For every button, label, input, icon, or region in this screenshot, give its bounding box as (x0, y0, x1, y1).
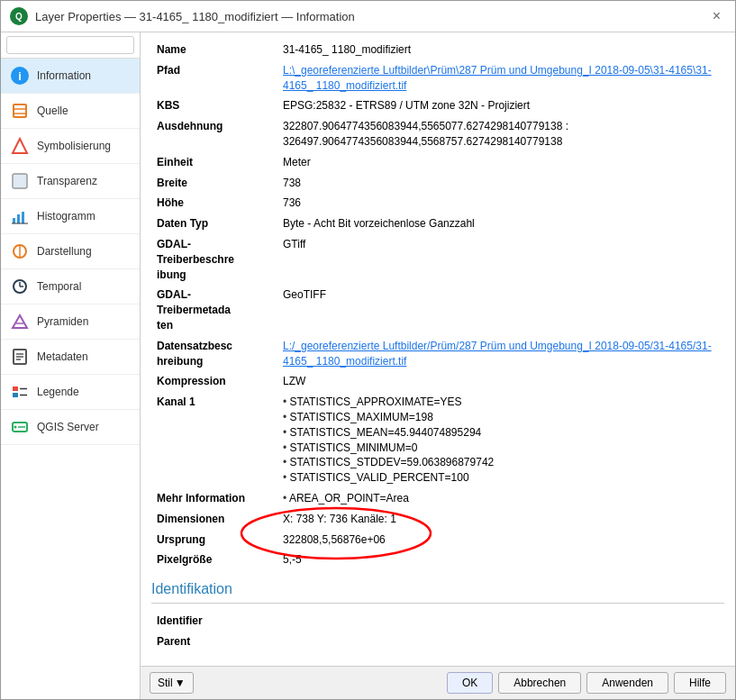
sidebar-item-histogramm[interactable]: Histogramm (1, 199, 140, 234)
kanal-list-item: STATISTICS_APPROXIMATE=YES (283, 395, 719, 410)
breite-label: Breite (151, 173, 277, 194)
row-hoehe: Höhe 736 (151, 193, 724, 214)
sidebar-label-symbolisierung: Symbolisierung (37, 140, 111, 152)
histogramm-icon (10, 206, 30, 226)
svg-rect-20 (13, 386, 18, 391)
sidebar-item-metadaten[interactable]: Metadaten (1, 340, 140, 375)
row-daten-typ: Daten Typ Byte - Acht Bit vorzeichenlose… (151, 214, 724, 234)
ursprung-label: Ursprung (151, 530, 277, 550)
row-kanal: Kanal 1 STATISTICS_APPROXIMATE=YESSTATIS… (151, 392, 724, 488)
transparenz-icon (10, 171, 30, 191)
row-ausdehnung: Ausdehnung 322807.9064774356083944,55650… (151, 116, 724, 152)
kanal-list-item: STATISTICS_VALID_PERCENT=100 (283, 470, 719, 486)
svg-rect-6 (17, 214, 20, 223)
kbs-label: KBS (151, 95, 277, 116)
identifier-value (277, 611, 724, 632)
daten-typ-label: Daten Typ (151, 214, 277, 234)
row-dimensionen: Dimensionen X: 738 Y: 736 Kanäle: 1 (151, 509, 724, 530)
row-datensatz: Datensatzbeschreibung L:/_georeferenzier… (151, 336, 724, 372)
legende-icon (10, 382, 30, 402)
kompression-label: Kompression (151, 371, 277, 392)
gdal-meta-label: GDAL-Treibermetadaten (151, 285, 277, 335)
identifikation-table: Identifier Parent (151, 611, 724, 652)
content-area[interactable]: Name 31-4165_ 1180_modifiziert Pfad L:\_… (141, 32, 735, 666)
kanal-list-item: STATISTICS_STDDEV=59.063896879742 (283, 455, 719, 470)
row-pixelgroesse: Pixelgröße 5,-5 (151, 550, 724, 570)
close-button[interactable]: × (707, 6, 726, 26)
pfad-link[interactable]: L:\_georeferenzierte Luftbilder\Prüm\287… (283, 64, 712, 92)
quelle-icon (10, 101, 30, 121)
section-divider (151, 603, 724, 604)
stil-button[interactable]: Stil ▼ (150, 672, 194, 694)
abbrechen-button[interactable]: Abbrechen (498, 672, 581, 694)
name-label: Name (151, 40, 277, 60)
dimensionen-value: X: 738 Y: 736 Kanäle: 1 (277, 509, 724, 530)
svg-point-25 (14, 426, 17, 429)
kanal-list: STATISTICS_APPROXIMATE=YESSTATISTICS_MAX… (283, 395, 719, 486)
svg-marker-14 (13, 315, 27, 328)
sidebar-label-pyramiden: Pyramiden (37, 315, 88, 328)
sidebar-item-symbolisierung[interactable]: Symbolisierung (1, 129, 140, 164)
gdal-meta-value: GeoTIFF (277, 285, 724, 335)
row-gdal-treiber: GDAL-Treiberbeschreibung GTiff (151, 234, 724, 285)
sidebar-item-darstellung[interactable]: Darstellung (1, 234, 140, 269)
info-icon: i (10, 66, 30, 86)
sidebar-label-quelle: Quelle (37, 105, 68, 117)
kanal-list-item: STATISTICS_MAXIMUM=198 (283, 410, 719, 425)
einheit-value: Meter (277, 152, 724, 173)
pyramiden-icon (10, 312, 30, 332)
ursprung-value: 322808,5,56876e+06 (277, 530, 724, 550)
symbolisierung-icon (10, 136, 30, 156)
identifier-label: Identifier (151, 611, 277, 632)
sidebar-label-information: Information (37, 69, 91, 82)
kompression-value: LZW (277, 371, 724, 392)
sidebar-label-temporal: Temporal (37, 280, 81, 293)
pfad-value: L:\_georeferenzierte Luftbilder\Prüm\287… (277, 60, 724, 96)
einheit-label: Einheit (151, 152, 277, 173)
sidebar-item-qgis-server[interactable]: QGIS Server (1, 410, 140, 445)
sidebar-item-information[interactable]: i Information (1, 59, 140, 94)
row-gdal-meta: GDAL-Treibermetadaten GeoTIFF (151, 285, 724, 335)
ursprung-oval-wrapper: 322808,5,56876e+06 (283, 532, 386, 548)
sidebar-label-darstellung: Darstellung (37, 245, 92, 258)
sidebar-item-legende[interactable]: Legende (1, 375, 140, 410)
datensatz-link[interactable]: L:/_georeferenzierte Luftbilder/Prüm/287… (283, 340, 712, 368)
sidebar-item-transparenz[interactable]: Transparenz (1, 164, 140, 199)
row-identifier: Identifier (151, 611, 724, 632)
main-content: i Information Quelle Symbolisierung (1, 32, 735, 699)
hilfe-button[interactable]: Hilfe (674, 672, 726, 694)
parent-label: Parent (151, 632, 277, 652)
mehr-info-list-item: AREA_OR_POINT=Area (283, 491, 719, 506)
stil-chevron-icon: ▼ (175, 677, 186, 689)
pixelgroesse-label: Pixelgröße (151, 550, 277, 570)
kanal-list-item: STATISTICS_MEAN=45.944074895294 (283, 425, 719, 441)
search-input[interactable] (6, 36, 134, 54)
anwenden-button[interactable]: Anwenden (586, 672, 668, 694)
row-kompression: Kompression LZW (151, 371, 724, 392)
mehr-info-list: AREA_OR_POINT=Area (283, 491, 719, 506)
pixelgroesse-value: 5,-5 (277, 550, 724, 570)
row-mehr-info: Mehr Information AREA_OR_POINT=Area (151, 488, 724, 509)
mehr-info-label: Mehr Information (151, 488, 277, 509)
row-ursprung: Ursprung 322808,5,56876e+06 (151, 530, 724, 550)
sidebar-item-quelle[interactable]: Quelle (1, 94, 140, 129)
ok-button[interactable]: OK (447, 672, 493, 694)
temporal-icon (10, 277, 30, 296)
ursprung-text: 322808,5,56876e+06 (283, 533, 386, 546)
stil-label: Stil (158, 677, 173, 689)
gdal-treiber-label: GDAL-Treiberbeschreibung (151, 234, 277, 285)
info-table: Name 31-4165_ 1180_modifiziert Pfad L:\_… (151, 40, 724, 570)
search-box[interactable] (1, 32, 140, 59)
row-kbs: KBS EPSG:25832 - ETRS89 / UTM zone 32N -… (151, 95, 724, 116)
row-einheit: Einheit Meter (151, 152, 724, 173)
sidebar-label-transparenz: Transparenz (37, 175, 97, 187)
sidebar-item-temporal[interactable]: Temporal (1, 269, 140, 305)
right-panel: Name 31-4165_ 1180_modifiziert Pfad L:\_… (141, 32, 735, 699)
qgis-server-icon (10, 417, 30, 437)
row-name: Name 31-4165_ 1180_modifiziert (151, 40, 724, 60)
row-breite: Breite 738 (151, 173, 724, 194)
qgis-logo: Q (10, 7, 28, 25)
sidebar-item-pyramiden[interactable]: Pyramiden (1, 305, 140, 340)
hoehe-value: 736 (277, 193, 724, 214)
title-bar: Q Layer Properties — 31-4165_ 1180_modif… (1, 1, 735, 32)
